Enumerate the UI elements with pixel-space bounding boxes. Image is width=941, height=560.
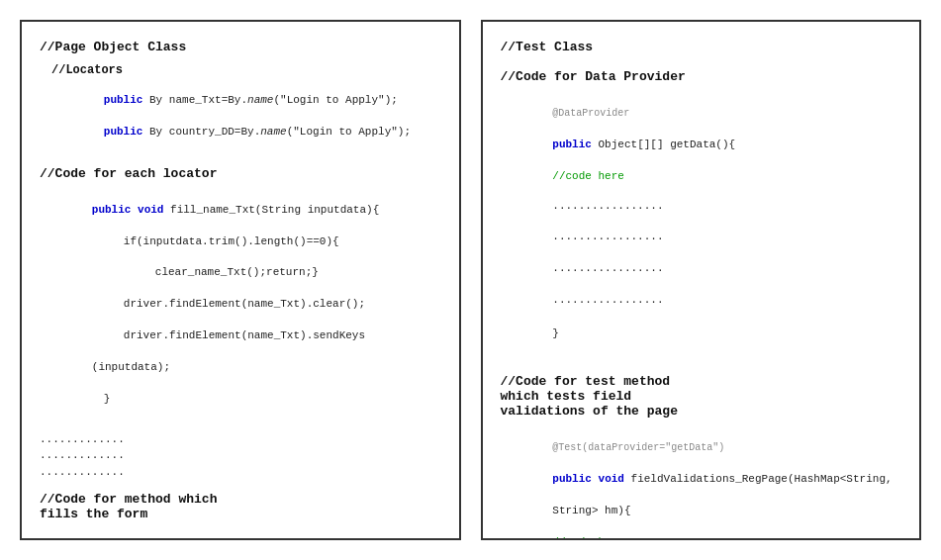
locators-section: //Locators public By name_Txt=By.name("L… <box>40 63 441 156</box>
dots-section-1: ············· ············· ············… <box>40 433 441 483</box>
test-method-section: //Code for test method which tests field… <box>501 374 902 540</box>
data-provider-code: @DataProvider public Object[][] getData(… <box>501 90 902 358</box>
right-panel: //Test Class //Code for Data Provider @D… <box>481 20 922 540</box>
page-object-title: //Page Object Class <box>40 38 441 55</box>
fill-method-code: public void fill_name_Txt(String inputda… <box>40 187 441 423</box>
locator-line-1: public By name_Txt=By.name("Login to App… <box>104 94 398 106</box>
left-panel: //Page Object Class //Locators public By… <box>20 20 461 540</box>
data-provider-section: //Code for Data Provider @DataProvider p… <box>501 69 902 358</box>
fill-form-code: public void fillForm_RegPage(HashMap<Str… <box>40 527 441 540</box>
test-method-code: @Test(dataProvider="getData") public voi… <box>501 424 902 540</box>
fill-form-section: //Code for method which fills the form p… <box>40 492 441 540</box>
each-locator-section: //Code for each locator public void fill… <box>40 166 441 423</box>
test-class-title: //Test Class <box>501 38 902 55</box>
locator-line-2: public By country_DD=By.name("Login to A… <box>104 126 411 138</box>
main-container: //Page Object Class //Locators public By… <box>0 0 941 560</box>
locators-code: public By name_Txt=By.name("Login to App… <box>51 77 441 156</box>
